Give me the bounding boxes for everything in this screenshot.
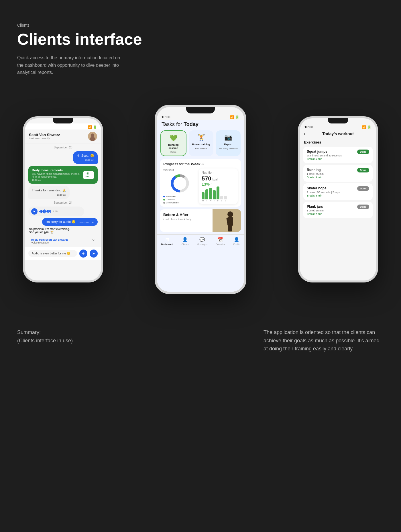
task-label-report: Report [224,143,232,146]
dumbbell-icon: 🏋 [197,134,205,141]
audio-message: ▶ 1:48 [28,207,84,216]
legend-wendler: 35% wendler [163,201,196,204]
user-info: Scott Van Shwarz Last seen recently [29,133,60,140]
exercise-info-running: Running 1 time | 45 min Break: 3 min [307,168,357,179]
nav-label-calendar: Calendar [216,243,225,246]
nutrition-kcal: 570 [202,175,211,182]
footer-right: The application is oriented so that the … [264,328,384,353]
dashboard-icon: ⊞ [165,237,169,242]
footer-section: Summary: (Clients interface in use) The … [0,311,401,370]
task-sublabel-report: Full-body measure [219,147,238,150]
header-section: Clients Clients interface Quick access t… [0,0,401,88]
page-description: Quick access to the primary information … [17,54,126,76]
calendar-icon: 📅 [217,237,223,242]
sorry-time: 09:01 am [79,221,89,224]
task-label-running: Running session [163,144,184,150]
nav-clients[interactable]: 👤 Clients [182,237,188,246]
donut-legend: 40% bike 25% run 35% wendler [163,195,196,204]
fill-out-button[interactable]: Fill out [83,171,94,179]
audio-time: 1:48 [53,210,58,213]
reply-author: Reply from Scott Van Shwarzt [31,238,90,241]
ba-title: Before & After [163,213,209,217]
rp-header: ‹ Today's workout [300,130,376,138]
bm-sub: You haven't finish measaruments. Please,… [32,172,83,178]
done-badge-skater: Done [357,186,369,191]
exercise-break-squat: Break: 5 min [307,158,357,160]
bar-col-t1: T [205,189,208,202]
nav-messages[interactable]: 💬 Messages [197,237,207,246]
bm-info: Body measurements You haven't finish mea… [32,168,83,181]
message-thanks: Thanks for reminding 🙏 18:10 pm [28,186,70,199]
cp-tasks: 💚 Running session Relax 🏋 Power training… [157,130,244,159]
ba-text: Before & After Load photos / track body [160,209,213,232]
chat-messages-2: Thanks for reminding 🙏 18:10 pm [25,186,101,199]
workout-section: Workout [163,168,196,204]
cp-title: Tasks for Today [162,121,239,127]
task-report[interactable]: 📷 Report Full-body measure [216,130,241,156]
left-phone-time: 9:00 [29,125,35,129]
task-power[interactable]: 🏋 Power training Full-intense [189,130,214,156]
exercise-name-running: Running [307,168,357,172]
thanks-time: 18:10 pm [32,193,66,197]
donut-chart [163,173,196,193]
text-message: No problem. I'm start exercising. See yo… [25,226,101,235]
exercise-name-squat: Squat jumps [307,150,357,154]
exercise-list: Squat jumps 2x5 times | 15 and 30 second… [300,147,376,218]
legend-bike: 40% bike [163,195,196,198]
exercise-name-skater: Skater hops [307,186,357,190]
exercise-info-skater: Skater hops 2 times | 30 seconds | 2 rep… [307,186,357,197]
section-label: Clients [17,23,384,28]
cp-header: Tasks for Today [157,120,244,130]
cp-progress-title: Progress for the Week 3 [163,162,238,166]
body-measurements-card: Body measurements You haven't finish mea… [28,166,98,184]
username: Scott Van Shwarz [29,133,60,137]
exercise-name-plank: Plank jars [307,205,357,209]
bar-col-w: W [209,188,212,202]
bar-col-f: F [217,187,219,202]
exercise-skater-hops[interactable]: Skater hops 2 times | 30 seconds | 2 rep… [303,183,373,200]
done-badge-running: Done [357,168,369,172]
messages-icon: 💬 [199,237,205,242]
message-input[interactable]: Audio is even better for me 😊 [28,250,77,257]
message-hi: Hi, Scott! 😊 18:10 pm [73,151,98,164]
exercise-details-skater: 2 times | 30 seconds | 2 reps [307,191,357,194]
nav-label-messages: Messages [197,243,207,246]
send-button[interactable]: ➤ [90,250,98,258]
user-avatar [88,132,97,141]
play-button[interactable]: ▶ [31,208,38,215]
left-status-icons: 📶 🔋 [88,125,97,129]
reply-preview: Voice message [31,241,90,244]
before-after-card[interactable]: Before & After Load photos / track body [160,209,241,232]
ba-image [213,209,241,232]
task-label-power: Power training [192,143,210,146]
task-running[interactable]: 💚 Running session Relax [160,130,186,156]
bar-chart: M T W T [202,189,235,202]
exercise-plank-jars[interactable]: Plank jars 1 time | 35 min Break: 7 min … [303,202,373,218]
exercise-details-squat: 2x5 times | 15 and 30 seconds [307,154,357,157]
footer-left: Summary: (Clients interface in use) [17,328,73,345]
add-button[interactable]: + [79,250,87,258]
reply-close-icon[interactable]: ✕ [92,238,95,242]
left-phone-header: Scott Van Shwarz Last seen recently [25,129,101,144]
exercise-running[interactable]: Running 1 time | 45 min Break: 3 min Don… [303,165,373,182]
nav-dashboard[interactable]: ⊞ Dashboard [161,237,173,246]
exercise-squat-jumps[interactable]: Squat jumps 2x5 times | 15 and 30 second… [303,147,373,163]
nav-label-clients: Clients [182,243,188,246]
nav-profile[interactable]: 👤 Profile [233,237,240,246]
reply-card: Reply from Scott Van Shwarzt Voice messa… [28,237,98,246]
chat-date-2: September, 24 [25,199,101,207]
nav-calendar[interactable]: 📅 Calendar [216,237,225,246]
center-phone-time: 10:00 [162,115,170,119]
back-button[interactable]: ‹ [304,131,305,136]
page-title: Clients interface [17,30,384,48]
center-phone-status-bar: 10:00 📶 🔋 [157,113,244,120]
done-badge-plank: Done [357,205,369,209]
bar-col-m: M [202,192,205,202]
left-phone-status-bar: 9:00 📶 🔋 [25,123,101,129]
chat-date-1: September, 23 [25,144,101,151]
center-phone: 10:00 📶 🔋 Tasks for Today 💚 Running sess… [155,105,246,294]
svg-point-7 [227,211,233,217]
ba-sub: Load photos / track body [163,218,209,221]
nutrition-title: Nutrition [202,171,235,174]
exercise-break-plank: Break: 7 min [307,213,357,215]
